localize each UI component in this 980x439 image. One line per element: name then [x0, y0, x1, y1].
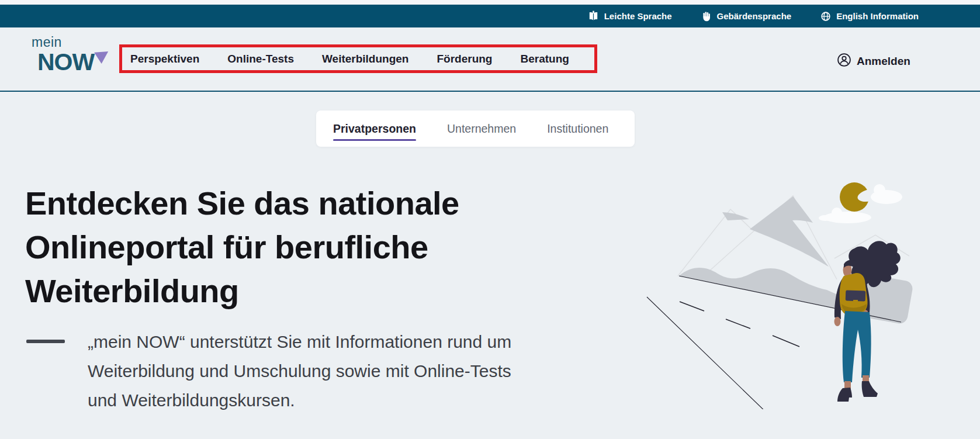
hero-description: „mein NOW“ unterstützt Sie mit Informati…	[88, 327, 511, 415]
english-information-link[interactable]: English Information	[820, 11, 919, 22]
tab-privatpersonen[interactable]: Privatpersonen	[333, 122, 416, 136]
sign-language-link[interactable]: Gebärdensprache	[701, 11, 792, 22]
utility-link-label: English Information	[836, 11, 919, 21]
easy-language-link[interactable]: Leichte Sprache	[588, 11, 672, 22]
logo-purple-triangle	[94, 51, 108, 64]
nav-item-beratung[interactable]: Beratung	[520, 53, 569, 65]
nav-item-perspektiven[interactable]: Perspektiven	[130, 53, 199, 65]
audience-tab-card: Privatpersonen Unternehmen Institutionen	[316, 110, 635, 147]
utility-link-label: Leichte Sprache	[604, 11, 672, 21]
open-book-icon	[588, 11, 599, 22]
logo-text-mein: mein	[32, 36, 107, 49]
nav-item-online-tests[interactable]: Online-Tests	[227, 53, 294, 65]
meinnow-logo[interactable]: mein NOW	[30, 36, 107, 74]
page-title: Entdecken Sie das nationale Onlineportal…	[25, 181, 459, 313]
browser-top-strip	[0, 0, 980, 5]
globe-icon	[820, 11, 831, 22]
login-button[interactable]: Anmelden	[837, 53, 910, 70]
user-icon	[837, 53, 851, 70]
title-dash-decoration	[26, 340, 65, 343]
tab-unternehmen[interactable]: Unternehmen	[447, 122, 516, 136]
tab-institutionen[interactable]: Institutionen	[547, 122, 608, 136]
login-label: Anmelden	[857, 55, 910, 68]
hand-icon	[701, 11, 712, 22]
nav-item-foerderung[interactable]: Förderung	[437, 53, 492, 65]
meinnow-homepage: { "utility_bar": { "links": [ { "label":…	[0, 0, 980, 439]
logo-text-now: NOW	[37, 50, 107, 74]
site-header: mein NOW Perspektiven Online-Tests Weite…	[0, 27, 980, 92]
hiker-mountains-illustration	[614, 164, 915, 412]
nav-item-weiterbildungen[interactable]: Weiterbildungen	[322, 53, 408, 65]
main-navigation-highlight-box: Perspektiven Online-Tests Weiterbildunge…	[119, 44, 597, 73]
utility-bar: Leichte Sprache Gebärdensprache	[0, 5, 980, 27]
utility-link-label: Gebärdensprache	[717, 11, 792, 21]
